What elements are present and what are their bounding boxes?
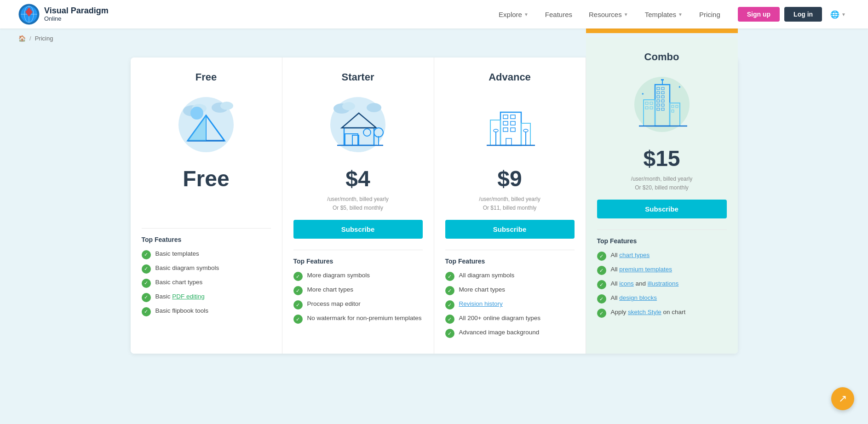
resources-caret: ▼ bbox=[624, 12, 628, 17]
svg-point-11 bbox=[190, 107, 203, 120]
check-icon: ✓ bbox=[142, 250, 151, 259]
icons-link[interactable]: icons bbox=[619, 280, 634, 287]
check-icon: ✓ bbox=[597, 309, 606, 318]
combo-features-title: Top Features bbox=[597, 229, 727, 245]
nav-resources[interactable]: Resources ▼ bbox=[581, 11, 637, 18]
share-icon: ↗ bbox=[839, 393, 847, 405]
share-fab[interactable]: ↗ bbox=[831, 387, 854, 410]
pricing-wrapper: Free Fre bbox=[112, 57, 756, 354]
advance-price: $9 bbox=[445, 166, 575, 191]
list-item: ✓ More diagram symbols bbox=[293, 271, 423, 281]
free-plan-name: Free bbox=[142, 71, 271, 83]
illustrations-link[interactable]: illustrations bbox=[648, 280, 679, 287]
check-icon: ✓ bbox=[597, 280, 606, 289]
starter-features: Top Features ✓ More diagram symbols ✓ Mo… bbox=[293, 250, 423, 324]
lang-caret: ▼ bbox=[841, 12, 846, 17]
svg-point-10 bbox=[220, 102, 233, 110]
login-button[interactable]: Log in bbox=[784, 7, 822, 22]
svg-rect-33 bbox=[503, 128, 508, 132]
list-item: ✓ Basic PDF editing bbox=[142, 292, 271, 302]
starter-plan-image bbox=[293, 92, 423, 157]
breadcrumb-home[interactable]: 🏠 bbox=[18, 35, 26, 42]
check-icon: ✓ bbox=[142, 307, 151, 316]
starter-billing: /user/month, billed yearly Or $5, billed… bbox=[293, 195, 423, 212]
navbar: Visual Paradigm Online Explore ▼ Feature… bbox=[0, 0, 868, 29]
free-features: Top Features ✓ Basic templates ✓ Basic d… bbox=[142, 228, 271, 316]
premium-templates-link[interactable]: premium templates bbox=[619, 266, 672, 273]
check-icon: ✓ bbox=[597, 294, 606, 304]
signup-button[interactable]: Sign up bbox=[738, 7, 780, 22]
check-icon: ✓ bbox=[445, 329, 454, 338]
plan-starter: Starter bbox=[282, 57, 434, 354]
combo-price: $15 bbox=[597, 146, 727, 171]
breadcrumb: 🏠 / Pricing bbox=[0, 29, 868, 48]
starter-price-amount: $4 bbox=[345, 166, 370, 191]
feature-label: Apply sketch Style on chart bbox=[611, 308, 686, 317]
nav-features[interactable]: Features bbox=[537, 11, 581, 18]
svg-point-19 bbox=[367, 103, 381, 112]
advance-subscribe-button[interactable]: Subscribe bbox=[445, 220, 575, 239]
feature-label: Basic chart types bbox=[155, 278, 203, 287]
plan-combo: MOST POPULAR Combo bbox=[586, 37, 738, 354]
pdf-editing-link[interactable]: PDF editing bbox=[172, 293, 205, 300]
list-item: ✓ Revision history bbox=[445, 300, 575, 309]
svg-rect-30 bbox=[511, 115, 515, 119]
feature-label: More diagram symbols bbox=[307, 271, 370, 280]
svg-rect-31 bbox=[503, 121, 508, 125]
svg-rect-32 bbox=[511, 121, 515, 125]
feature-label: Basic templates bbox=[155, 250, 199, 258]
plan-advance: Advance bbox=[434, 57, 586, 354]
home-icon: 🏠 bbox=[18, 35, 26, 42]
advance-price-amount: $9 bbox=[497, 166, 522, 191]
combo-subscribe-button[interactable]: Subscribe bbox=[597, 200, 727, 218]
feature-label: Revision history bbox=[459, 300, 503, 309]
nav-templates[interactable]: Templates ▼ bbox=[637, 11, 691, 18]
check-icon: ✓ bbox=[142, 293, 151, 302]
starter-subscribe-button[interactable]: Subscribe bbox=[293, 220, 423, 239]
list-item: ✓ All 200+ online diagram types bbox=[445, 314, 575, 324]
nav-explore[interactable]: Explore ▼ bbox=[490, 11, 537, 18]
check-icon: ✓ bbox=[293, 315, 303, 324]
check-icon: ✓ bbox=[597, 252, 606, 261]
feature-label: More chart types bbox=[307, 286, 354, 294]
list-item: ✓ Process map editor bbox=[293, 300, 423, 309]
revision-history-link[interactable]: Revision history bbox=[459, 300, 503, 307]
design-blocks-link[interactable]: design blocks bbox=[619, 294, 657, 301]
list-item: ✓ All chart types bbox=[597, 251, 727, 261]
svg-text:✦: ✦ bbox=[678, 85, 681, 89]
check-icon: ✓ bbox=[293, 272, 303, 281]
feature-label: All icons and illustrations bbox=[611, 280, 679, 288]
list-item: ✓ Basic diagram symbols bbox=[142, 264, 271, 274]
nav-pricing[interactable]: Pricing bbox=[691, 11, 729, 18]
list-item: ✓ More chart types bbox=[293, 286, 423, 295]
check-icon: ✓ bbox=[142, 279, 151, 288]
svg-rect-29 bbox=[503, 115, 508, 119]
list-item: ✓ Basic chart types bbox=[142, 278, 271, 288]
advance-plan-name: Advance bbox=[445, 71, 575, 83]
svg-text:✦: ✦ bbox=[641, 92, 644, 96]
advance-features-title: Top Features bbox=[445, 250, 575, 265]
plan-free: Free Fre bbox=[131, 57, 282, 354]
starter-features-title: Top Features bbox=[293, 250, 423, 265]
list-item: ✓ No watermark for non-premium templates bbox=[293, 314, 423, 324]
svg-rect-34 bbox=[511, 128, 515, 132]
breadcrumb-sep: / bbox=[29, 35, 31, 42]
advance-features: Top Features ✓ All diagram symbols ✓ Mor… bbox=[445, 250, 575, 338]
list-item: ✓ All diagram symbols bbox=[445, 271, 575, 281]
feature-label: No watermark for non-premium templates bbox=[307, 314, 422, 323]
check-icon: ✓ bbox=[445, 286, 454, 295]
list-item: ✓ All premium templates bbox=[597, 265, 727, 275]
check-icon: ✓ bbox=[293, 286, 303, 295]
check-icon: ✓ bbox=[293, 300, 303, 309]
free-price-label: Free bbox=[142, 166, 271, 191]
sketch-style-link[interactable]: sketch Style bbox=[628, 309, 661, 315]
list-item: ✓ Advanced image background bbox=[445, 328, 575, 338]
check-icon: ✓ bbox=[142, 264, 151, 274]
logo[interactable]: Visual Paradigm Online bbox=[18, 4, 109, 25]
language-selector[interactable]: 🌐 ▼ bbox=[827, 10, 850, 19]
check-icon: ✓ bbox=[445, 272, 454, 281]
chart-types-link[interactable]: chart types bbox=[619, 252, 650, 258]
check-icon: ✓ bbox=[597, 266, 606, 275]
breadcrumb-current: Pricing bbox=[35, 35, 53, 42]
feature-label: Basic flipbook tools bbox=[155, 307, 209, 315]
